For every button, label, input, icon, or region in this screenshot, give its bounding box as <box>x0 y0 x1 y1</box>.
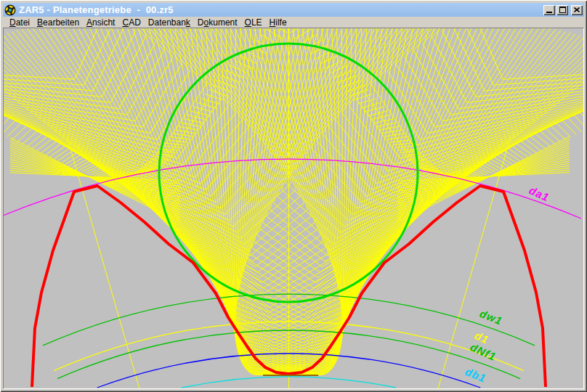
app-window: ZAR5 - Planetengetriebe - 00.zr5 DateiBe… <box>0 0 587 392</box>
close-button[interactable] <box>571 5 583 15</box>
close-icon <box>574 7 580 12</box>
drawing-canvas[interactable]: da1dw1d1dNf1db1 <box>3 28 584 389</box>
maximize-icon <box>559 7 566 13</box>
arc-labels: da1dw1d1dNf1db1 <box>463 184 551 385</box>
label-dw1: dw1 <box>478 307 504 327</box>
label-db1: db1 <box>463 365 488 385</box>
menu-item-ole[interactable]: OLE <box>241 17 266 28</box>
menu-item-bearbeiten[interactable]: Bearbeiten <box>33 17 83 28</box>
menu-item-ansicht[interactable]: Ansicht <box>83 17 118 28</box>
minimize-icon <box>546 12 552 13</box>
generation-lines <box>4 28 583 388</box>
menu-bar: DateiBearbeitenAnsichtCADDatenbankDokume… <box>3 17 584 28</box>
window-title: ZAR5 - Planetengetriebe - 00.zr5 <box>19 4 543 15</box>
label-da1: da1 <box>527 184 551 203</box>
window-controls <box>543 5 583 15</box>
menu-item-datei[interactable]: Datei <box>6 17 33 28</box>
menu-item-cad[interactable]: CAD <box>118 17 144 28</box>
menu-item-hilfe[interactable]: Hilfe <box>266 17 291 28</box>
title-bar[interactable]: ZAR5 - Planetengetriebe - 00.zr5 <box>3 3 584 17</box>
gear-generation-drawing: da1dw1d1dNf1db1 <box>4 28 583 388</box>
menu-item-dokument[interactable]: Dokument <box>194 17 241 28</box>
menu-item-datenbank[interactable]: Datenbank <box>145 17 194 28</box>
app-icon <box>4 4 16 16</box>
minimize-button[interactable] <box>543 5 555 15</box>
maximize-button[interactable] <box>556 5 568 15</box>
